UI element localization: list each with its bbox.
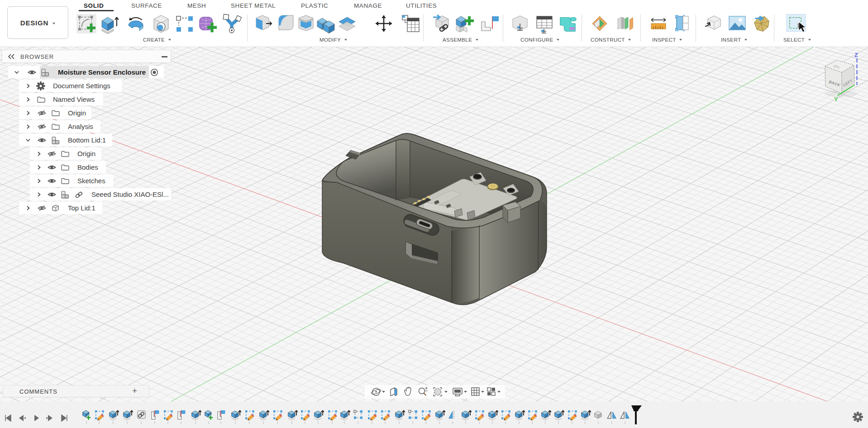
svg-text:Z: Z [854, 52, 858, 58]
svg-text:Y: Y [834, 96, 838, 103]
